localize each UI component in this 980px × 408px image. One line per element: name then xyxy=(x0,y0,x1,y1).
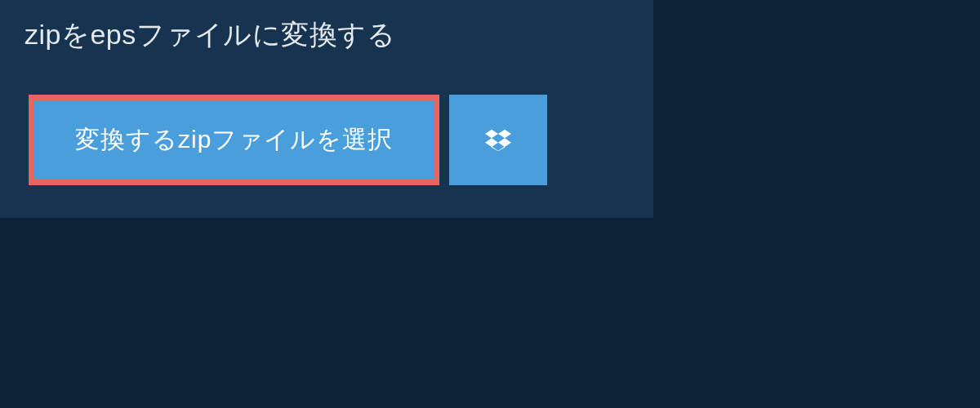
button-area: 変換するzipファイルを選択 xyxy=(0,70,653,218)
page-title: zipをepsファイルに変換する xyxy=(24,16,478,54)
dropbox-icon xyxy=(485,127,511,153)
conversion-panel: zipをepsファイルに変換する 変換するzipファイルを選択 xyxy=(0,0,653,218)
title-bar: zipをepsファイルに変換する xyxy=(0,0,502,70)
select-file-label: 変換するzipファイルを選択 xyxy=(75,123,393,157)
dropbox-button[interactable] xyxy=(449,95,547,185)
select-file-button[interactable]: 変換するzipファイルを選択 xyxy=(29,95,439,185)
